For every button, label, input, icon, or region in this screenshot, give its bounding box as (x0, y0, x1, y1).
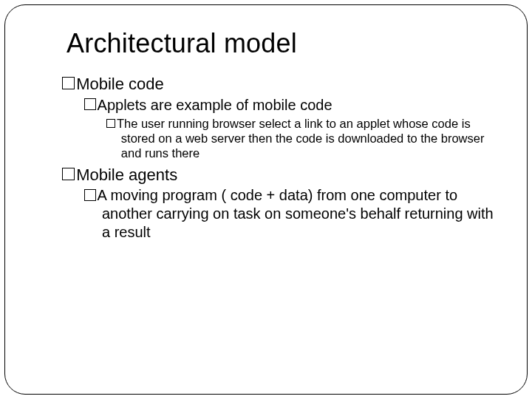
bullet-level3: The user running browser select a link t… (106, 116, 502, 160)
text-agents-detail: A moving program ( code + data) from one… (98, 187, 494, 240)
square-bullet-icon (84, 98, 96, 110)
square-bullet-icon (62, 168, 75, 180)
slide-title: Architectural model (66, 28, 502, 59)
bullet-level2: Applets are example of mobile code (84, 96, 502, 115)
text-mobile-agents: Mobile agents (76, 166, 177, 184)
bullet-level1: Mobile code (62, 74, 502, 95)
square-bullet-icon (106, 119, 115, 128)
slide: Architectural model Mobile code Applets … (0, 0, 532, 399)
bullet-level1: Mobile agents (62, 165, 502, 185)
text-mobile-code: Mobile code (76, 75, 164, 93)
text-applets: Applets are example of mobile code (98, 97, 332, 113)
text-applets-detail: The user running browser select a link t… (117, 117, 485, 160)
square-bullet-icon (84, 189, 96, 201)
bullet-level2: A moving program ( code + data) from one… (84, 186, 498, 242)
square-bullet-icon (62, 77, 75, 89)
